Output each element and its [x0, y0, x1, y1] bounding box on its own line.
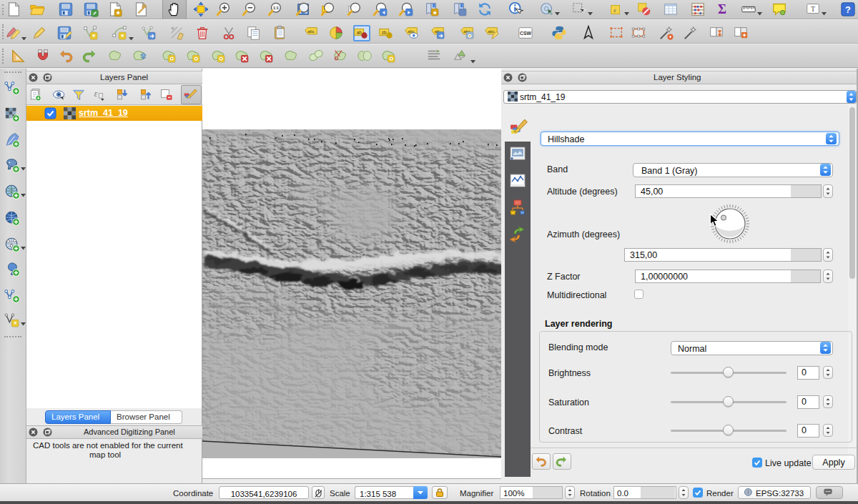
svg-text:Σ: Σ [718, 2, 726, 16]
svg-text:ε: ε [94, 89, 98, 99]
svg-text:abc: abc [488, 29, 495, 34]
svg-text:ab: ab [357, 30, 363, 35]
svg-text:?: ? [845, 4, 851, 15]
svg-text:T: T [811, 5, 815, 13]
svg-text:zb: zb [382, 30, 387, 35]
svg-text:CSW: CSW [520, 31, 532, 36]
svg-text:abc: abc [307, 29, 315, 34]
svg-text:1:1: 1:1 [273, 6, 279, 10]
